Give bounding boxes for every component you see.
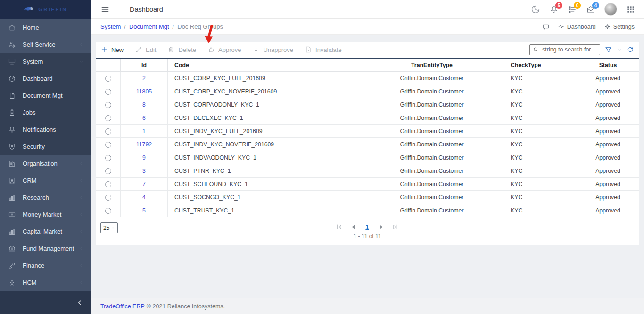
sidebar-item-notifications[interactable]: Notifications — [0, 121, 91, 138]
row-id-link[interactable]: 4 — [142, 194, 146, 201]
pager: 1 — [96, 217, 639, 230]
tasks-badge: 0 — [574, 2, 581, 9]
footer-copyright: © 2021 Reliance Infosystems. — [147, 303, 225, 310]
search-zone — [529, 44, 634, 55]
row-id-link[interactable]: 6 — [142, 115, 146, 121]
row-tran-entity-type: Griffin.Domain.Customer — [360, 151, 504, 164]
row-id-link[interactable]: 3 — [142, 168, 146, 174]
row-code: CUST_INDV_KYC_FULL_201609 — [168, 125, 360, 138]
row-radio-button[interactable] — [105, 142, 111, 148]
messages-button[interactable]: 4 — [586, 5, 595, 14]
row-radio-button[interactable] — [105, 208, 111, 214]
search-input[interactable] — [529, 44, 600, 55]
row-id-link[interactable]: 8 — [142, 102, 146, 108]
sidebar-item-crm[interactable]: CRM — [0, 172, 91, 189]
table-row: 11792CUST_INDV_KYC_NOVERIF_201609Griffin… — [96, 138, 639, 151]
table-row: 6CUST_DECEXEC_KYC_1Griffin.Domain.Custom… — [96, 111, 639, 125]
table-row: 11805CUST_CORP_KYC_NOVERIF_201609Griffin… — [96, 85, 639, 98]
column-header-status: Status — [577, 59, 639, 72]
sidebar-item-money-market[interactable]: Money Market — [0, 206, 91, 223]
bell-icon — [8, 126, 16, 134]
row-radio-button[interactable] — [105, 115, 111, 121]
sidebar-item-label: CRM — [23, 177, 37, 184]
hamburger-menu-icon[interactable] — [100, 5, 110, 14]
sidebar-item-label: Jobs — [23, 109, 35, 116]
sidebar-item-label: Document Mgt — [23, 92, 63, 99]
sidebar-item-label: HCM — [23, 279, 37, 286]
current-page[interactable]: 1 — [364, 223, 370, 230]
first-page-button[interactable] — [336, 223, 343, 230]
row-tran-entity-type: Griffin.Domain.Customer — [360, 125, 504, 138]
sidebar-item-hcm[interactable]: HCM — [0, 274, 91, 291]
row-radio-button[interactable] — [105, 89, 111, 95]
row-radio-button[interactable] — [105, 195, 111, 201]
row-id-link[interactable]: 9 — [142, 154, 146, 161]
dashboard-link-label: Dashboard — [567, 24, 596, 30]
sidebar-collapse-icon[interactable] — [76, 299, 83, 306]
row-status: Approved — [577, 178, 639, 191]
table-row: 9CUST_INDVAODONLY_KYC_1Griffin.Domain.Cu… — [96, 151, 639, 164]
row-radio-button[interactable] — [105, 128, 111, 135]
next-page-button[interactable] — [378, 223, 385, 230]
apps-grid-icon[interactable] — [626, 5, 636, 14]
sidebar-item-fund-management[interactable]: Fund Management — [0, 240, 91, 257]
row-id-link[interactable]: 11805 — [136, 88, 152, 95]
row-id-link[interactable]: 1 — [142, 128, 146, 135]
row-radio-button[interactable] — [105, 155, 111, 161]
row-radio-button[interactable] — [105, 102, 111, 108]
row-tran-entity-type: Griffin.Domain.Customer — [360, 178, 504, 191]
sidebar-item-label: Security — [23, 143, 45, 150]
row-code: CUST_DECEXEC_KYC_1 — [168, 111, 360, 125]
notifications-bell-button[interactable]: 5 — [549, 5, 559, 14]
toolbar: NewEditDeleteApproveUnapproveInvalidate — [96, 42, 639, 58]
sidebar-item-jobs[interactable]: Jobs — [0, 104, 91, 121]
new-button[interactable]: New — [100, 46, 124, 53]
top-header: Dashboard 5 0 4 — [91, 0, 644, 19]
row-radio-button[interactable] — [105, 168, 111, 174]
file-x-icon — [305, 46, 312, 53]
row-id-link[interactable]: 2 — [142, 75, 146, 82]
refresh-icon[interactable] — [627, 46, 634, 53]
sidebar-item-document-mgt[interactable]: Document Mgt — [0, 87, 91, 104]
sidebar-item-label: Fund Management — [23, 245, 74, 252]
page-size-select[interactable]: 25 — [100, 222, 118, 233]
dark-mode-moon-icon[interactable] — [531, 5, 540, 14]
monitor-icon — [8, 58, 16, 66]
column-header-code: Code — [168, 59, 360, 72]
row-id-link[interactable]: 11792 — [136, 141, 152, 148]
search-icon — [533, 46, 539, 53]
footer-brand-link[interactable]: TradeOffice ERP — [100, 303, 145, 310]
row-code: CUST_CORP_KYC_FULL_201609 — [168, 72, 360, 85]
row-id-link[interactable]: 5 — [142, 207, 146, 214]
sidebar-item-capital-market[interactable]: Capital Market — [0, 223, 91, 240]
breadcrumb-item-document-mgt[interactable]: Document Mgt — [129, 23, 169, 30]
invalidate-button: Invalidate — [305, 46, 342, 53]
chevron-down-icon — [79, 59, 84, 64]
settings-link[interactable]: Settings — [604, 23, 635, 30]
chat-button[interactable] — [542, 23, 550, 31]
sidebar-logo[interactable]: GRIFFIN — [0, 0, 91, 19]
row-check-type: KYC — [504, 85, 577, 98]
chevron-left-icon — [79, 263, 84, 268]
sidebar-item-organisation[interactable]: Organisation — [0, 155, 91, 172]
sidebar-item-self-service[interactable]: Self Service — [0, 36, 91, 53]
sidebar-item-finance[interactable]: Finance — [0, 257, 91, 274]
last-page-button[interactable] — [392, 223, 399, 230]
sidebar-item-dashboard[interactable]: Dashboard — [0, 70, 91, 87]
breadcrumb-item-system[interactable]: System — [100, 23, 121, 30]
row-radio-button[interactable] — [105, 181, 111, 187]
tasks-button[interactable]: 0 — [568, 5, 577, 14]
filter-chevron-down-icon[interactable] — [617, 47, 622, 52]
row-radio-button[interactable] — [105, 76, 111, 82]
sidebar-item-home[interactable]: Home — [0, 19, 91, 36]
sidebar-item-security[interactable]: Security — [0, 138, 91, 155]
previous-page-button[interactable] — [350, 223, 357, 230]
dashboard-link[interactable]: Dashboard — [558, 23, 596, 30]
row-id-link[interactable]: 7 — [142, 181, 146, 187]
sidebar-item-system[interactable]: System — [0, 53, 91, 70]
sidebar-item-research[interactable]: Research — [0, 189, 91, 206]
user-avatar[interactable] — [604, 3, 617, 16]
table-row: 7CUST_SCHFOUND_KYC_1Griffin.Domain.Custo… — [96, 178, 639, 191]
filter-icon[interactable] — [604, 46, 612, 54]
doc-req-groups-card: NewEditDeleteApproveUnapproveInvalidate — [96, 42, 639, 245]
